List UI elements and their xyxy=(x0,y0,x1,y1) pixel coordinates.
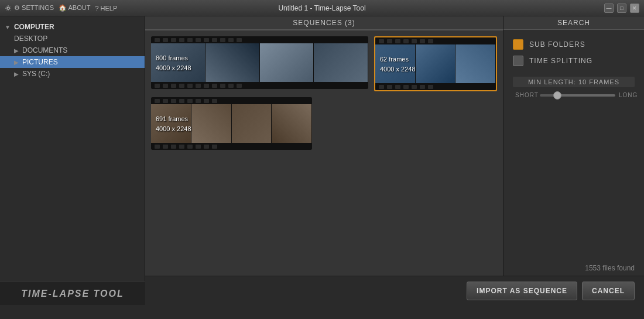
frame-3b xyxy=(191,104,232,143)
film-frames-1: 800 frames 4000 x 2248 xyxy=(151,43,368,82)
hole xyxy=(196,84,201,88)
sidebar-item-desktop[interactable]: DESKTOP xyxy=(0,33,145,44)
film-frames-2: 62 frames 4000 x 2248 xyxy=(375,44,496,83)
main-layout: ▼ COMPUTER DESKTOP ▶ DOCUMENTS ▶ PICTURE… xyxy=(0,16,644,305)
search-label: SEARCH xyxy=(557,19,590,27)
window-title: Untitled 1 - Time-Lapse Tool xyxy=(278,4,365,12)
min-length-slider[interactable] xyxy=(540,94,615,97)
sequences-tab[interactable]: SEQUENCES (3) xyxy=(145,16,503,30)
sequence-row-2: 691 frames 4000 x 2248 xyxy=(151,97,497,150)
time-splitting-option[interactable]: TIME SPLITTING xyxy=(513,56,635,66)
sub-folders-checkbox[interactable] xyxy=(513,39,523,50)
hole xyxy=(179,145,184,149)
frame-2c xyxy=(455,44,496,83)
hole xyxy=(163,99,168,103)
bottom-bar: IMPORT AS SEQUENCE CANCEL xyxy=(145,276,644,305)
hole xyxy=(379,39,384,43)
maximize-button[interactable]: □ xyxy=(617,4,626,13)
slider-row: SHORT LONG xyxy=(513,92,635,98)
sidebar-item-sys[interactable]: ▶ SYS (C:) xyxy=(0,68,145,80)
frame-1b xyxy=(205,43,260,82)
settings-menu[interactable]: ⚙ SETTINGS xyxy=(5,4,54,12)
time-splitting-checkbox[interactable] xyxy=(513,56,523,66)
sub-folders-option[interactable]: SUB FOLDERS xyxy=(513,39,635,50)
film-holes-bottom-2 xyxy=(375,83,496,90)
sequence-item-1[interactable]: 800 frames 4000 x 2248 xyxy=(151,36,368,91)
frame-3d xyxy=(272,104,312,143)
center-panel: SEQUENCES (3) xyxy=(145,16,503,305)
hole xyxy=(212,84,217,88)
filmstrip-1: 800 frames 4000 x 2248 xyxy=(151,36,368,89)
time-splitting-label: TIME SPLITTING xyxy=(529,57,592,65)
hole xyxy=(212,145,217,149)
hole xyxy=(171,145,176,149)
arrow-icon-pictures: ▶ xyxy=(14,59,19,66)
sequence-item-2[interactable]: 62 frames 4000 x 2248 xyxy=(374,36,497,91)
min-length-label: MIN LENGTH: 10 FRAMES xyxy=(513,77,635,87)
hole xyxy=(403,39,409,43)
app-title: TIME-LAPSE TOOL xyxy=(0,282,145,305)
import-button[interactable]: IMPORT AS SEQUENCE xyxy=(467,282,577,300)
hole xyxy=(228,38,234,42)
frame-2b xyxy=(416,44,456,83)
hole xyxy=(395,39,400,43)
hole xyxy=(196,99,201,103)
hole xyxy=(220,84,225,88)
sidebar-item-pictures[interactable]: ▶ PICTURES xyxy=(0,56,145,68)
svg-point-0 xyxy=(7,7,9,9)
sequence-info-1: 800 frames 4000 x 2248 xyxy=(156,53,191,73)
hole xyxy=(212,38,217,42)
frame-1c xyxy=(260,43,314,82)
hole xyxy=(204,99,209,103)
hole xyxy=(237,38,242,42)
hole xyxy=(212,99,217,103)
hole xyxy=(179,99,184,103)
hole xyxy=(420,85,425,89)
hole xyxy=(428,39,433,43)
hole xyxy=(403,85,409,89)
sequence-info-2: 62 frames 4000 x 2248 xyxy=(380,54,416,74)
hole xyxy=(204,84,209,88)
cancel-button[interactable]: CANCEL xyxy=(582,282,635,300)
short-label: SHORT xyxy=(515,92,536,98)
hole xyxy=(179,38,184,42)
arrow-icon: ▼ xyxy=(5,24,11,30)
minimize-button[interactable]: — xyxy=(604,4,614,13)
files-found: 1553 files found xyxy=(585,264,635,272)
help-menu[interactable]: ? HELP xyxy=(95,5,117,12)
hole xyxy=(155,84,160,88)
min-length-section: MIN LENGTH: 10 FRAMES SHORT LONG xyxy=(513,77,635,98)
title-bar-left: ⚙ SETTINGS 🏠 ABOUT ? HELP xyxy=(5,4,117,12)
hole xyxy=(196,38,201,42)
hole xyxy=(163,84,168,88)
hole xyxy=(428,85,433,89)
sequence-info-3: 691 frames 4000 x 2248 xyxy=(156,114,191,133)
search-tab[interactable]: SEARCH xyxy=(503,16,644,30)
sequences-list: 800 frames 4000 x 2248 xyxy=(145,30,503,305)
title-bar: ⚙ SETTINGS 🏠 ABOUT ? HELP Untitled 1 - T… xyxy=(0,0,644,16)
frame-3c xyxy=(232,104,272,143)
right-panel: SEARCH SUB FOLDERS TIME SPLITTING MIN LE… xyxy=(503,16,644,305)
close-button[interactable]: ✕ xyxy=(630,4,639,13)
sequence-item-3[interactable]: 691 frames 4000 x 2248 xyxy=(151,97,312,150)
hole xyxy=(237,84,242,88)
film-holes-top-1 xyxy=(151,36,368,43)
sidebar-item-documents[interactable]: ▶ DOCUMENTS xyxy=(0,44,145,56)
hole xyxy=(379,85,384,89)
filmstrip-2: 62 frames 4000 x 2248 xyxy=(375,37,496,90)
hole xyxy=(187,84,193,88)
hole xyxy=(187,99,193,103)
long-label: LONG xyxy=(619,92,638,98)
hole xyxy=(171,99,176,103)
hole xyxy=(163,38,168,42)
hole xyxy=(187,145,193,149)
sidebar-item-computer[interactable]: ▼ COMPUTER xyxy=(0,21,145,33)
about-menu[interactable]: 🏠 ABOUT xyxy=(59,4,90,12)
arrow-icon-documents: ▶ xyxy=(14,47,19,54)
window-controls: — □ ✕ xyxy=(604,4,639,13)
hole xyxy=(155,38,160,42)
hole xyxy=(204,38,209,42)
filmstrip-3: 691 frames 4000 x 2248 xyxy=(151,97,312,150)
search-options: SUB FOLDERS TIME SPLITTING MIN LENGTH: 1… xyxy=(503,30,644,108)
frame-1d xyxy=(314,43,368,82)
